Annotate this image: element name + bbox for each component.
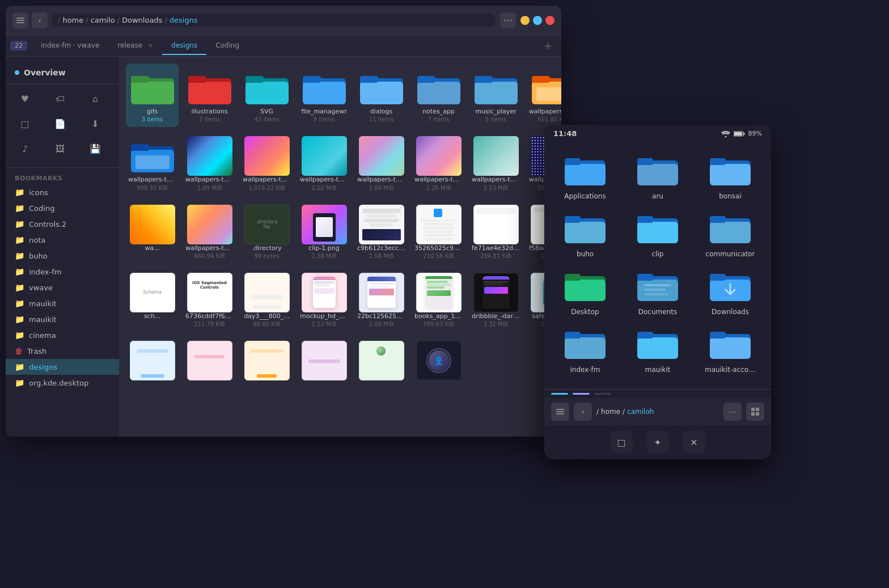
breadcrumb-designs[interactable]: designs [170, 16, 198, 24]
overlay-item-clip[interactable]: clip [626, 209, 689, 258]
overlay-tab-dot-1[interactable] [551, 393, 568, 395]
file-item-35265[interactable]: 35265025c9bb... 210.56 KiB [412, 200, 465, 264]
sidebar-item-vwave[interactable]: 📁 vwave [6, 280, 119, 295]
tab-number[interactable]: 22 [10, 41, 27, 50]
overlay-item-documents[interactable]: Documents [626, 267, 689, 316]
file-item-day3[interactable]: day3___800_... 88.65 KiB [240, 268, 293, 332]
sidebar-item-buho[interactable]: 📁 buho [6, 248, 119, 264]
overlay-sidebar-toggle[interactable] [551, 403, 569, 421]
sidebar-item-index-fm[interactable]: 📁 index-fm [6, 264, 119, 280]
more-options-button[interactable]: ⋯ [500, 12, 516, 28]
sidebar-item-designs[interactable]: 📁 designs [6, 359, 119, 375]
overlay-item-mauikit[interactable]: mauikit [626, 325, 689, 374]
file-item-music-player[interactable]: music_player 5 items [469, 64, 522, 127]
file-item-wallpapers-blue[interactable]: wallpapers-tab... 908.33 KiB [126, 132, 179, 195]
overlay-tab-dot-2[interactable] [573, 393, 590, 395]
file-item-22bc12[interactable]: 22bc12562509... 2.00 MiB [355, 268, 408, 332]
file-item-wp8[interactable]: wa... [126, 200, 179, 264]
file-item-wp2[interactable]: wallpapers-tab... 1,019.22 KiB [240, 132, 293, 195]
overlay-item-downloads[interactable]: Downloads [698, 267, 762, 316]
file-item-wp1[interactable]: wallpapers-tab... 1.09 MiB [183, 132, 236, 195]
tab-coding[interactable]: Coding [206, 37, 248, 55]
file-item-gifs[interactable]: gifs 3 items [126, 64, 179, 127]
file-item-dialogs[interactable]: dialogs 11 items [355, 64, 408, 127]
file-item-directory[interactable]: .directoryfile .directory 99 bytes [240, 200, 293, 264]
file-item-r5-4[interactable] [298, 336, 350, 386]
sidebar-item-icons[interactable]: 📁 icons [6, 184, 119, 200]
sidebar-icon-pictures[interactable]: 🖼 [45, 137, 75, 160]
sidebar-icon-monitor[interactable]: □ [10, 112, 40, 136]
tab-close-release[interactable]: ✕ [148, 42, 153, 49]
file-item-r5-2[interactable] [183, 336, 236, 386]
overlay-item-index-fm[interactable]: index-fm [553, 325, 617, 374]
overlay-tab-dot-3[interactable] [594, 393, 611, 395]
breadcrumb-home[interactable]: home [62, 16, 83, 24]
overlay-item-desktop[interactable]: Desktop [553, 267, 617, 316]
file-item-wp4[interactable]: wallpapers-tab... 1.84 MiB [355, 132, 408, 195]
overlay-item-communicator[interactable]: communicator [698, 209, 762, 258]
sidebar-icon-home[interactable]: ⌂ [81, 87, 110, 111]
sidebar-toggle-button[interactable] [12, 12, 28, 28]
file-item-clip1[interactable]: clip-1.png 1.38 MiB [298, 200, 350, 264]
file-item-wp6[interactable]: wallpapers-tab... 1.13 MiB [469, 132, 522, 195]
overlay-item-aru[interactable]: aru [626, 151, 689, 200]
file-item-dribbble-dark[interactable]: dribbble_-dark... 3.32 MiB [469, 268, 522, 332]
file-item-wallpapers-yellow[interactable]: wallpapers-tab... 661.82 KiB [527, 64, 561, 127]
overlay-action-close[interactable]: ✕ [683, 431, 705, 454]
back-button[interactable]: ‹ [32, 12, 48, 28]
file-item-notes-app[interactable]: notes_app 7 items [412, 64, 465, 127]
sidebar-item-nota[interactable]: 📁 nota [6, 232, 119, 248]
file-item-wp3[interactable]: wallpapers-tab... 2.02 MiB [298, 132, 350, 195]
overlay-back-button[interactable]: ‹ [574, 403, 592, 421]
sidebar-item-trash[interactable]: 🗑 Trash [6, 343, 119, 359]
tab-designs[interactable]: designs [162, 37, 206, 55]
overlay-item-bonsai[interactable]: bonsai [698, 151, 762, 200]
file-item-6736cd[interactable]: iOS Segmented Controls 6736cddf7f69b... … [183, 268, 236, 332]
file-item-c9b612[interactable]: c9b612c3ecc3c... 1.08 MiB [355, 200, 408, 264]
sidebar-item-org-kde[interactable]: 📁 org.kde.desktop [6, 375, 119, 391]
file-item-sch[interactable]: Schema sch... [126, 268, 179, 332]
overlay-action-square[interactable]: □ [610, 431, 633, 454]
svg-rect-71 [637, 332, 653, 339]
breadcrumb-downloads[interactable]: Downloads [122, 16, 162, 24]
file-item-svg[interactable]: SVG 43 items [240, 64, 293, 127]
overlay-item-mauikit-accounts[interactable]: mauikit-accounts [698, 325, 762, 374]
overlay-more-button[interactable]: ⋯ [723, 403, 742, 421]
tab-index-fm[interactable]: index-fm · vwave [32, 37, 108, 55]
overlay-grid-button[interactable] [746, 403, 764, 421]
sidebar-item-coding[interactable]: 📁 Coding [6, 200, 119, 216]
maximize-button[interactable] [533, 16, 542, 25]
close-button[interactable] [545, 16, 554, 25]
sidebar-icon-tags[interactable]: 🏷 [45, 87, 75, 111]
breadcrumb-camilo[interactable]: camilo [91, 16, 115, 24]
file-item-r5-5[interactable] [355, 336, 408, 386]
file-item-mockup-hd[interactable]: mockup_hd_sc... 1.53 MiB [298, 268, 350, 332]
file-item-r5-3[interactable] [240, 336, 293, 386]
sidebar-item-cinema[interactable]: 📁 cinema [6, 327, 119, 343]
folder-icon: 📁 [15, 251, 24, 260]
sidebar-item-controls2[interactable]: 📁 Controls.2 [6, 216, 119, 232]
overlay-action-overview[interactable]: ✦ [646, 431, 669, 454]
tab-release[interactable]: release ✕ [108, 37, 162, 55]
overlay-bc-camiloh[interactable]: camiloh [627, 408, 654, 416]
file-item-fe71ae[interactable]: fe71ae4e32dfb... 294.81 KiB [469, 200, 522, 264]
file-item-file-managewr[interactable]: file_managewr 9 items [298, 64, 350, 127]
file-item-books-app[interactable]: books_app_19... 789.63 KiB [412, 268, 465, 332]
overlay-item-applications[interactable]: Applications [553, 151, 617, 200]
file-item-wp-r3-1[interactable]: wallpapers-tab... 660.94 KiB [183, 200, 236, 264]
sidebar-icon-drive[interactable]: 💾 [81, 137, 110, 160]
sidebar-icon-downloads[interactable]: ⬇ [81, 112, 110, 136]
sidebar-item-mauikit2[interactable]: 📁 mauikit [6, 311, 119, 327]
overlay-bc-home[interactable]: home [601, 408, 620, 416]
minimize-button[interactable] [520, 16, 530, 25]
sidebar-icon-favorites[interactable]: ♥ [10, 87, 40, 111]
tab-add-button[interactable]: + [539, 37, 557, 54]
file-item-r5-1[interactable] [126, 336, 179, 386]
sidebar-icon-music[interactable]: ♪ [10, 137, 40, 160]
file-item-r5-6[interactable]: 👤 [412, 336, 465, 386]
file-item-wp5[interactable]: wallpapers-tab... 1.26 MiB [412, 132, 465, 195]
sidebar-icon-documents[interactable]: 📄 [45, 112, 75, 136]
sidebar-item-mauikit1[interactable]: 📁 mauikit [6, 295, 119, 311]
file-item-illustrations[interactable]: illustrations 7 items [183, 64, 236, 127]
overlay-item-buho[interactable]: buho [553, 209, 617, 258]
